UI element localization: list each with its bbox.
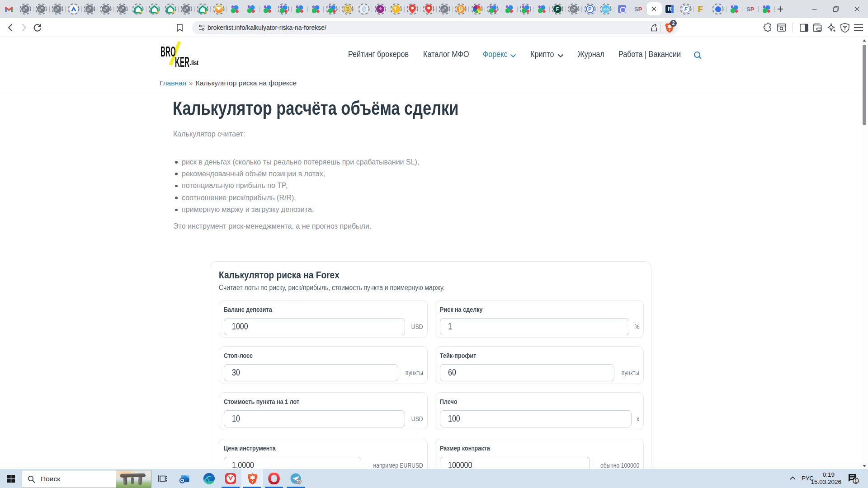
svg-text:70: 70 [296, 479, 301, 483]
svg-text:1: 1 [854, 478, 857, 483]
